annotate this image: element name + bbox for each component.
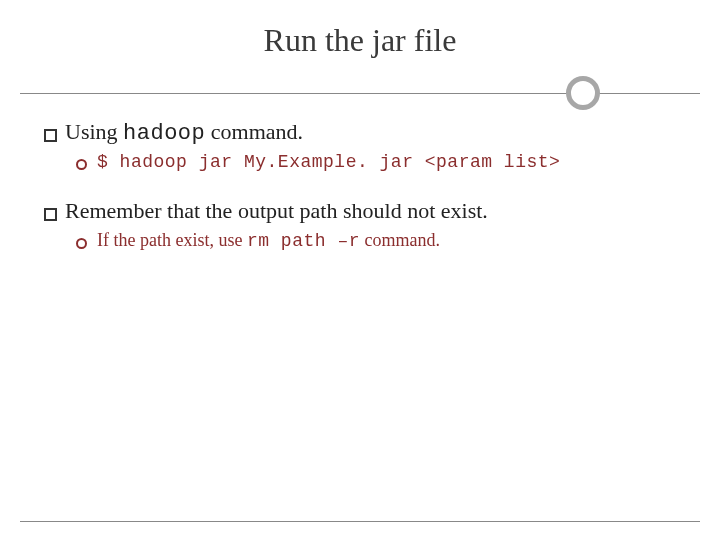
footer-rule [20,521,700,522]
code-run: hadoop [123,121,205,146]
sub-bullet-item: If the path exist, use rm path –r comman… [44,230,676,251]
square-bullet-icon [44,208,57,221]
text-run: If the path exist, use [97,230,247,250]
circle-ornament-icon [566,76,600,110]
text-run: Remember that the output path should not… [65,198,488,223]
sub-bullet-item: $ hadoop jar My.Example. jar <param list… [44,152,676,172]
text-run: command. [360,230,440,250]
square-bullet-icon [44,129,57,142]
bullet-text: Remember that the output path should not… [65,198,488,224]
code-run: rm path –r [247,231,360,251]
bullet-item: Remember that the output path should not… [44,198,676,224]
content-area: Using hadoop command. $ hadoop jar My.Ex… [0,111,720,251]
sub-bullet-text: If the path exist, use rm path –r comman… [97,230,440,251]
bullet-text: Using hadoop command. [65,119,303,146]
circle-bullet-icon [76,159,87,170]
sub-bullet-code: $ hadoop jar My.Example. jar <param list… [97,152,560,172]
bullet-item: Using hadoop command. [44,119,676,146]
slide: Run the jar file Using hadoop command. $… [0,0,720,540]
title-area: Run the jar file [0,0,720,71]
page-title: Run the jar file [0,22,720,59]
circle-bullet-icon [76,238,87,249]
text-run: Using [65,119,123,144]
text-run: command. [205,119,303,144]
title-divider [0,75,720,111]
